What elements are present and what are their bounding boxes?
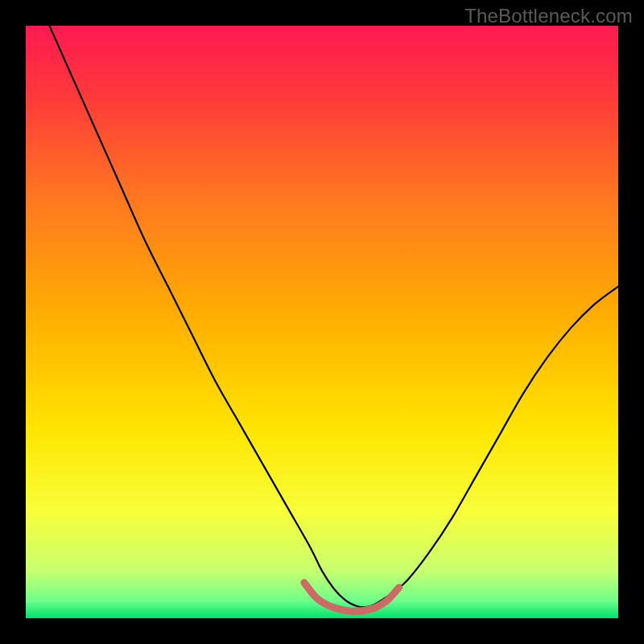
watermark-text: TheBottleneck.com — [464, 5, 633, 27]
chart-plot-area — [26, 26, 618, 618]
bottleneck-chart — [26, 26, 618, 618]
chart-background — [26, 26, 618, 618]
